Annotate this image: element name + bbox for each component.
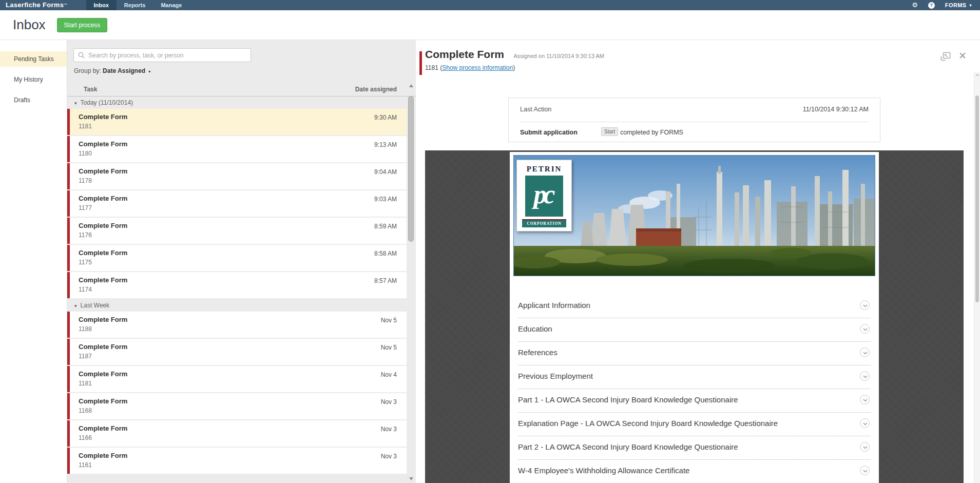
form-section-row[interactable]: Applicant Information <box>518 295 871 318</box>
user-menu[interactable]: FORMS▾ <box>945 2 972 8</box>
chevron-down-icon: ▾ <box>970 3 972 8</box>
task-row[interactable]: Complete Form 1180 9:13 AM <box>67 136 407 163</box>
form-section-row[interactable]: W-4 Employee's Withholding Allowance Cer… <box>518 460 871 483</box>
sidebar-item-pending-tasks[interactable]: Pending Tasks <box>0 51 67 67</box>
chevron-down-icon: ▾ <box>148 69 150 74</box>
chevron-down-icon[interactable] <box>860 300 870 310</box>
chevron-down-icon[interactable] <box>860 418 870 428</box>
search-box <box>73 48 251 62</box>
task-instance-id: 1176 <box>79 231 92 239</box>
form-section-label: Part 1 - LA OWCA Second Injury Board Kno… <box>518 395 738 404</box>
form-section-row[interactable]: Part 1 - LA OWCA Second Injury Board Kno… <box>518 389 871 413</box>
task-date: 8:57 AM <box>374 277 397 284</box>
task-row[interactable]: Complete Form 1175 8:58 AM <box>67 245 407 272</box>
search-input[interactable] <box>88 52 246 59</box>
collapse-caret-icon: ▾ <box>74 101 77 106</box>
scroll-up-arrow[interactable] <box>975 73 979 76</box>
form-banner-image: PETRIN pc CORPORATION <box>513 155 875 276</box>
task-date: 9:13 AM <box>374 141 397 148</box>
divider <box>520 122 869 122</box>
sidebar-item-my-history[interactable]: My History <box>0 72 67 87</box>
instance-id: 1181 <box>425 64 438 71</box>
tab-inbox[interactable]: Inbox <box>86 0 117 10</box>
task-title: Complete Form <box>79 343 127 351</box>
task-date: 9:30 AM <box>374 114 397 121</box>
task-title: Complete Form <box>79 140 127 148</box>
logo-monogram-box: pc <box>525 176 563 217</box>
show-process-information-link[interactable]: Show process information <box>442 64 513 71</box>
open-in-new-window-icon[interactable] <box>940 52 951 62</box>
tab-manage[interactable]: Manage <box>153 0 189 10</box>
task-instance-id: 1166 <box>79 434 92 441</box>
task-detail-panel: Complete Form Assigned on 11/10/2014 9:3… <box>416 40 980 483</box>
task-row[interactable]: Complete Form 1161 Nov 3 <box>67 448 407 475</box>
form-section-row[interactable]: Previous Employment <box>518 365 871 389</box>
task-row[interactable]: Complete Form 1181 9:30 AM <box>67 109 407 136</box>
task-title: Complete Form <box>79 222 127 229</box>
task-row[interactable]: Complete Form 1181 Nov 4 <box>67 366 407 393</box>
app-logo: Laserfiche Forms™ <box>0 0 74 10</box>
last-action-label: Last Action <box>520 106 551 113</box>
task-row[interactable]: Complete Form 1187 Nov 5 <box>67 339 407 366</box>
scroll-down-arrow[interactable] <box>409 477 413 480</box>
task-group-header[interactable]: ▾Last Week <box>67 299 407 312</box>
task-row[interactable]: Complete Form 1176 8:59 AM <box>67 218 407 245</box>
detail-scrollbar <box>974 72 980 483</box>
form-preview: PETRIN pc CORPORATION Applicant Informat… <box>510 152 879 483</box>
task-instance-id: 1188 <box>79 325 92 333</box>
chevron-down-icon[interactable] <box>860 347 870 357</box>
assigned-timestamp: Assigned on 11/10/2014 9:30:13 AM <box>513 53 604 59</box>
task-instance-id: 1181 <box>79 380 92 387</box>
start-process-button[interactable]: Start process <box>57 18 108 32</box>
form-section-row[interactable]: Education <box>518 318 871 342</box>
group-by-dropdown[interactable]: Group by: Date Assigned ▾ <box>74 67 150 74</box>
scrollbar-thumb[interactable] <box>408 96 414 242</box>
task-title: Complete Form <box>79 452 127 459</box>
task-group-header[interactable]: ▾Today (11/10/2014) <box>67 96 407 109</box>
chevron-down-icon[interactable] <box>860 395 870 404</box>
column-date-assigned[interactable]: Date assigned <box>355 86 397 93</box>
task-row[interactable]: Complete Form 1188 Nov 5 <box>67 312 407 339</box>
form-section-row[interactable]: Explanation Page - LA OWCA Second Injury… <box>518 413 871 436</box>
task-date: 8:58 AM <box>374 250 397 257</box>
task-title: Complete Form <box>79 370 127 378</box>
task-instance-id: 1174 <box>79 286 92 293</box>
scrollbar-thumb[interactable] <box>975 95 979 302</box>
task-date: Nov 4 <box>381 371 397 378</box>
tab-reports[interactable]: Reports <box>117 0 153 10</box>
help-icon[interactable]: ? <box>928 2 935 9</box>
sidebar-item-drafts[interactable]: Drafts <box>0 92 67 108</box>
task-row[interactable]: Complete Form 1178 9:04 AM <box>67 163 407 190</box>
app-window: Laserfiche Forms™ Inbox Reports Manage ⚙… <box>0 0 980 483</box>
chevron-down-icon[interactable] <box>860 466 870 475</box>
task-date: Nov 3 <box>381 426 397 433</box>
task-row[interactable]: Complete Form 1168 Nov 3 <box>67 393 407 420</box>
page-title: Inbox <box>13 17 46 33</box>
chevron-down-icon[interactable] <box>860 371 870 381</box>
scroll-up-arrow[interactable] <box>409 84 413 87</box>
task-row[interactable]: Complete Form 1166 Nov 3 <box>67 420 407 448</box>
chevron-down-icon[interactable] <box>860 324 870 334</box>
last-action-timestamp: 11/10/2014 9:30:12 AM <box>803 106 869 113</box>
form-section-row[interactable]: Part 2 - LA OWCA Second Injury Board Kno… <box>518 436 871 460</box>
task-row[interactable]: Complete Form 1177 9:03 AM <box>67 190 407 218</box>
logo-monogram: pc <box>525 176 563 214</box>
gear-icon[interactable]: ⚙ <box>912 0 918 10</box>
close-icon[interactable]: ✕ <box>958 50 967 62</box>
task-list-panel: Group by: Date Assigned ▾ Task Date assi… <box>67 40 416 483</box>
task-accent-bar <box>419 51 422 75</box>
task-instance-id: 1175 <box>79 259 92 266</box>
logo-word: PETRIN <box>517 165 571 173</box>
form-section-label: Previous Employment <box>518 372 593 380</box>
last-action-name: Submit application <box>520 129 578 136</box>
task-row[interactable]: Complete Form 1174 8:57 AM <box>67 272 407 299</box>
page-header: Inbox Start process <box>0 10 980 40</box>
navbar-right: ⚙ ? FORMS▾ <box>912 0 980 10</box>
content-area: Pending Tasks My History Drafts Group by… <box>0 40 980 483</box>
start-step-badge: Start <box>601 127 618 136</box>
column-task[interactable]: Task <box>84 86 97 93</box>
task-instance-id: 1161 <box>79 461 92 469</box>
task-title: Complete Form <box>79 195 127 202</box>
form-section-row[interactable]: References <box>518 342 871 365</box>
chevron-down-icon[interactable] <box>860 442 870 452</box>
